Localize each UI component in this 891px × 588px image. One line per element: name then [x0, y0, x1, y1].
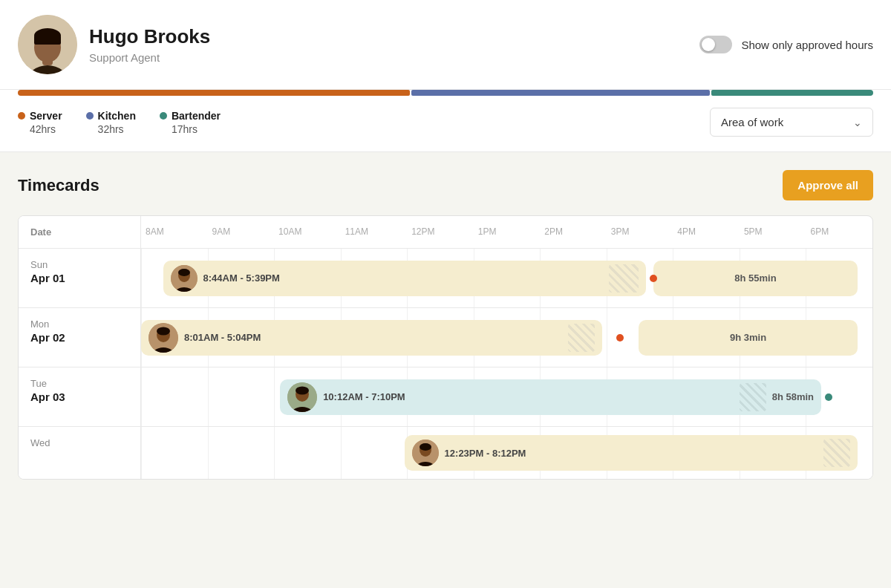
date-cell-sun: Sun Apr 01	[19, 249, 141, 307]
shift-bar-wed[interactable]: 12:23PM - 8:12PM	[405, 435, 858, 471]
date-cell-tue: Tue Apr 03	[19, 368, 141, 426]
timecard-area-sun[interactable]: 8:44AM - 5:39PM 8h 55min	[141, 249, 872, 307]
svg-point-20	[420, 443, 431, 451]
day-label: Mon	[30, 318, 128, 330]
date-label: Apr 01	[30, 272, 128, 284]
approve-all-button[interactable]: Approve all	[783, 170, 873, 200]
date-cell-wed: Wed	[19, 427, 141, 479]
time-12pm: 12PM	[407, 216, 474, 248]
legend-kitchen-hours: 32hrs	[86, 123, 136, 135]
time-header-row: Date 8AM 9AM 10AM 11AM 12PM 1PM 2PM 3PM …	[19, 216, 872, 249]
shift-time-sun: 8:44AM - 5:39PM	[203, 272, 280, 284]
legend-server-hours: 42hrs	[18, 123, 62, 135]
break-tue	[740, 383, 766, 411]
calendar-grid: Date 8AM 9AM 10AM 11AM 12PM 1PM 2PM 3PM …	[18, 215, 873, 480]
shift-time-mon: 8:01AM - 5:04PM	[184, 332, 261, 343]
bar-bartender	[711, 90, 873, 96]
shift-bar-tue[interactable]: 10:12AM - 7:10PM 8h 58min	[280, 379, 821, 415]
time-2pm: 2PM	[540, 216, 607, 248]
shift-bar-mon[interactable]: 8:01AM - 5:04PM	[141, 320, 602, 356]
dot-tue	[825, 393, 832, 401]
table-row: Sun Apr 01	[19, 249, 872, 308]
bar-server	[18, 90, 410, 96]
duration-label-tue: 8h 58min	[772, 391, 814, 402]
shift-avatar-wed	[412, 440, 439, 466]
dot-sun	[650, 275, 657, 282]
table-row: Wed	[19, 427, 872, 479]
time-5pm: 5PM	[740, 216, 806, 248]
timecard-area-wed[interactable]: 12:23PM - 8:12PM	[141, 427, 872, 479]
timecards-section: Timecards Approve all Date 8AM 9AM 10AM …	[0, 152, 891, 480]
legend-and-filter: Server 42hrs Kitchen 32hrs Bartender 17h…	[0, 96, 891, 152]
legend-bartender-hours: 17hrs	[160, 123, 221, 135]
legend-bartender-name: Bartender	[172, 110, 221, 122]
bartender-dot	[160, 112, 167, 120]
hours-bar	[18, 90, 873, 96]
svg-point-8	[178, 269, 190, 276]
date-column-header: Date	[19, 216, 141, 248]
duration-bar-sun: 8h 55min	[653, 261, 858, 296]
break-mon	[568, 324, 595, 352]
svg-point-12	[157, 327, 170, 335]
area-of-work-filter[interactable]: Area of work ⌄	[710, 108, 873, 137]
area-filter-label: Area of work	[721, 116, 783, 128]
day-label: Wed	[30, 437, 128, 448]
avatar	[18, 15, 77, 74]
time-11am: 11AM	[341, 216, 408, 248]
shift-avatar-sun	[171, 265, 198, 292]
day-label: Sun	[30, 259, 128, 270]
date-cell-mon: Mon Apr 02	[19, 308, 141, 367]
hours-bar-section	[0, 90, 891, 96]
svg-rect-5	[34, 36, 61, 45]
server-dot	[18, 112, 25, 120]
table-row: Mon Apr 02	[19, 308, 872, 368]
shift-time-wed: 12:23PM - 8:12PM	[445, 448, 526, 459]
legend: Server 42hrs Kitchen 32hrs Bartender 17h…	[18, 110, 221, 135]
timecards-title: Timecards	[18, 176, 99, 195]
timecards-header: Timecards Approve all	[18, 170, 873, 200]
duration-bar-mon: 9h 3min	[639, 320, 858, 356]
timecard-area-mon[interactable]: 8:01AM - 5:04PM 9h 3min	[141, 308, 872, 367]
break-sun	[609, 264, 639, 293]
user-name: Hugo Brooks	[89, 25, 210, 48]
time-4pm: 4PM	[673, 216, 740, 248]
time-columns: 8AM 9AM 10AM 11AM 12PM 1PM 2PM 3PM 4PM 5…	[141, 216, 872, 248]
user-role: Support Agent	[89, 51, 210, 64]
day-label: Tue	[30, 378, 128, 389]
legend-server-name: Server	[30, 110, 62, 122]
time-10am: 10AM	[274, 216, 341, 248]
duration-label-mon: 9h 3min	[730, 332, 766, 343]
dot-mon	[616, 334, 624, 342]
approved-hours-toggle[interactable]	[699, 36, 732, 53]
shift-avatar-mon	[148, 323, 178, 353]
time-6pm: 6PM	[806, 216, 872, 248]
user-details: Hugo Brooks Support Agent	[89, 25, 210, 64]
header: Hugo Brooks Support Agent Show only appr…	[0, 0, 891, 90]
shift-time-tue: 10:12AM - 7:10PM	[323, 391, 405, 402]
time-1pm: 1PM	[474, 216, 541, 248]
legend-kitchen-name: Kitchen	[98, 110, 136, 122]
date-label: Apr 03	[30, 391, 128, 403]
shift-avatar-tue	[287, 382, 317, 412]
time-3pm: 3PM	[607, 216, 673, 248]
chevron-down-icon: ⌄	[853, 117, 862, 128]
legend-bartender: Bartender 17hrs	[160, 110, 221, 135]
table-row: Tue Apr 03	[19, 368, 872, 427]
toggle-label: Show only approved hours	[741, 39, 873, 51]
toggle-section[interactable]: Show only approved hours	[699, 36, 873, 53]
legend-server: Server 42hrs	[18, 110, 62, 135]
legend-kitchen: Kitchen 32hrs	[86, 110, 136, 135]
svg-point-16	[296, 386, 309, 394]
duration-label-sun: 8h 55min	[734, 272, 776, 284]
date-label: Apr 02	[30, 331, 128, 344]
kitchen-dot	[86, 112, 94, 120]
break-wed	[823, 439, 850, 467]
time-8am: 8AM	[141, 216, 208, 248]
bar-kitchen	[411, 90, 710, 96]
shift-bar-sun[interactable]: 8:44AM - 5:39PM	[163, 261, 646, 296]
timecard-area-tue[interactable]: 10:12AM - 7:10PM 8h 58min	[141, 368, 872, 426]
time-9am: 9AM	[208, 216, 275, 248]
user-info: Hugo Brooks Support Agent	[18, 15, 210, 74]
